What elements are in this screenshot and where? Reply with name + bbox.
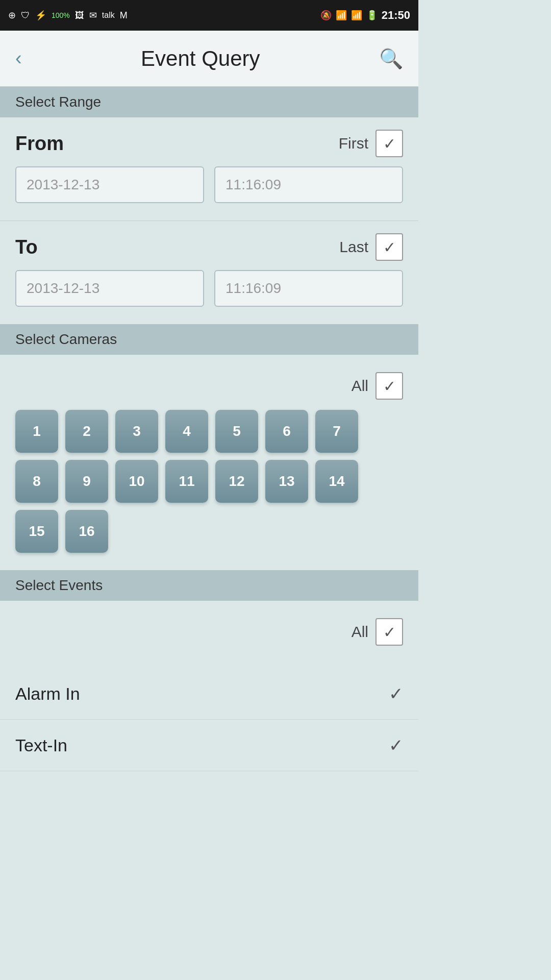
from-time-input[interactable]: 11:16:09 — [214, 166, 403, 203]
first-checkbox[interactable]: ✓ — [375, 130, 403, 157]
wifi-icon: 📶 — [336, 10, 347, 21]
search-button[interactable]: 🔍 — [379, 47, 403, 70]
nav-bar: ‹ Event Query 🔍 — [0, 31, 418, 87]
to-date-input[interactable]: 2013-12-13 — [15, 270, 204, 307]
select-cameras-header: Select Cameras — [0, 324, 418, 355]
add-icon: ⊕ — [8, 10, 16, 21]
camera-7-button[interactable]: 7 — [315, 410, 358, 453]
event-label-0: Alarm In — [15, 684, 80, 704]
battery-icon: 🔋 — [366, 10, 378, 21]
to-row: To Last ✓ — [15, 233, 403, 261]
to-label: To — [15, 236, 38, 258]
mute-icon: 🔕 — [320, 10, 332, 21]
events-all-checkbox[interactable]: ✓ — [375, 618, 403, 646]
event-check-0: ✓ — [389, 683, 403, 704]
events-all-label: All — [352, 623, 368, 641]
status-bar-left: ⊕ 🛡 ⚡ 100% 🖼 ✉ talk M — [8, 10, 128, 21]
camera-grid: 12345678910111213141516 — [15, 410, 403, 553]
select-events-header: Select Events — [0, 570, 418, 601]
camera-2-button[interactable]: 2 — [65, 410, 108, 453]
camera-4-button[interactable]: 4 — [165, 410, 208, 453]
last-label: Last — [339, 238, 368, 256]
to-section: To Last ✓ 2013-12-13 11:16:09 — [0, 220, 418, 324]
event-label-1: Text-In — [15, 736, 67, 755]
talk-icon: talk — [102, 11, 115, 20]
email-icon: ✉ — [89, 10, 97, 21]
from-date-input[interactable]: 2013-12-13 — [15, 166, 204, 203]
camera-8-button[interactable]: 8 — [15, 460, 58, 503]
first-label: First — [339, 135, 368, 152]
last-checkbox[interactable]: ✓ — [375, 233, 403, 261]
battery-100-icon: 100% — [52, 11, 70, 19]
event-check-1: ✓ — [389, 735, 403, 755]
status-bar-right: 🔕 📶 📶 🔋 21:50 — [320, 9, 410, 22]
camera-3-button[interactable]: 3 — [115, 410, 158, 453]
page-title: Event Query — [141, 46, 260, 71]
back-button[interactable]: ‹ — [15, 47, 22, 69]
cameras-all-row: All ✓ — [15, 372, 403, 400]
camera-16-button[interactable]: 16 — [65, 510, 108, 553]
camera-11-button[interactable]: 11 — [165, 460, 208, 503]
events-all-section: All ✓ — [0, 601, 418, 668]
event-item-0[interactable]: Alarm In✓ — [0, 668, 418, 720]
cameras-section: All ✓ 12345678910111213141516 — [0, 355, 418, 570]
clock: 21:50 — [382, 9, 410, 22]
camera-13-button[interactable]: 13 — [265, 460, 308, 503]
first-group: First ✓ — [339, 130, 403, 157]
cameras-all-checkbox[interactable]: ✓ — [375, 372, 403, 400]
events-list: Alarm In✓Text-In✓ — [0, 668, 418, 771]
cameras-all-checkmark: ✓ — [383, 377, 396, 395]
to-time-input[interactable]: 11:16:09 — [214, 270, 403, 307]
to-datetime-row: 2013-12-13 11:16:09 — [15, 270, 403, 307]
usb-icon: ⚡ — [35, 10, 46, 21]
gmail-icon: M — [120, 10, 128, 21]
last-group: Last ✓ — [339, 233, 403, 261]
last-checkmark: ✓ — [383, 238, 396, 256]
camera-5-button[interactable]: 5 — [215, 410, 258, 453]
from-label: From — [15, 133, 64, 155]
camera-12-button[interactable]: 12 — [215, 460, 258, 503]
events-all-row: All ✓ — [15, 618, 403, 646]
security-icon: 🛡 — [21, 10, 30, 21]
camera-15-button[interactable]: 15 — [15, 510, 58, 553]
cameras-all-label: All — [352, 377, 368, 395]
from-section: From First ✓ 2013-12-13 11:16:09 — [0, 117, 418, 220]
signal-icon: 📶 — [351, 10, 362, 21]
event-item-1[interactable]: Text-In✓ — [0, 720, 418, 771]
camera-10-button[interactable]: 10 — [115, 460, 158, 503]
from-datetime-row: 2013-12-13 11:16:09 — [15, 166, 403, 203]
events-all-checkmark: ✓ — [383, 623, 396, 641]
first-checkmark: ✓ — [383, 135, 396, 153]
camera-1-button[interactable]: 1 — [15, 410, 58, 453]
from-row: From First ✓ — [15, 130, 403, 157]
camera-9-button[interactable]: 9 — [65, 460, 108, 503]
camera-14-button[interactable]: 14 — [315, 460, 358, 503]
image-icon: 🖼 — [75, 10, 84, 21]
status-bar: ⊕ 🛡 ⚡ 100% 🖼 ✉ talk M 🔕 📶 📶 🔋 21:50 — [0, 0, 418, 31]
camera-6-button[interactable]: 6 — [265, 410, 308, 453]
select-range-header: Select Range — [0, 87, 418, 117]
